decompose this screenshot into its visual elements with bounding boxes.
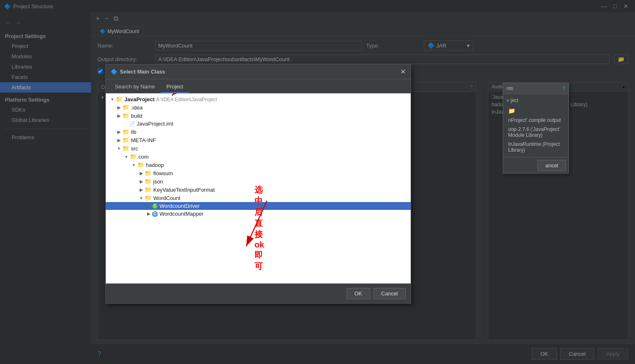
inner-item-runtime: InJavaRuntime (Project Library): [507, 140, 565, 154]
tree-item-javaproject[interactable]: ▾ 📁 JavaProject A:\IDEA Edition\JavaProj…: [106, 95, 411, 103]
tree-toggle: ▶: [145, 211, 152, 216]
tab-project[interactable]: Project: [161, 81, 189, 93]
project-icon: 📁: [116, 96, 123, 102]
tree-view[interactable]: ▾ 📁 JavaProject A:\IDEA Edition\JavaProj…: [106, 93, 411, 283]
tree-toggle: ▶: [138, 187, 145, 193]
tree-item-label: WordCount: [153, 195, 181, 201]
tree-toggle: ▾: [138, 195, 145, 201]
tree-item-label: lib: [131, 129, 136, 135]
tree-toggle: ▶: [116, 138, 122, 143]
tree-item-json[interactable]: ▶ 📁 json: [106, 177, 411, 186]
select-main-class-dialog: 🔷 Select Main Class ✕ Search by Name Pro…: [105, 64, 411, 304]
tree-toggle: ▾: [109, 97, 116, 102]
iml-icon: 📄: [129, 121, 135, 127]
dialog-close-button[interactable]: ✕: [400, 68, 406, 76]
tree-item-label: flowsum: [153, 170, 173, 176]
tree-item-label: JavaProject A:\IDEA Edition\JavaProject: [124, 96, 217, 102]
tree-item-label: .idea: [131, 105, 143, 111]
tree-item-label: JavaProject.iml: [137, 121, 173, 127]
tree-toggle: ▶: [116, 129, 122, 135]
modal-overlay: 🔷 Select Main Class ✕ Search by Name Pro…: [0, 0, 635, 364]
tree-item-wordcount-mapper[interactable]: ▶ C WordcountMapper: [106, 210, 411, 218]
tree-item-src[interactable]: ▾ 📁 src: [106, 144, 411, 152]
dialog-title-bar: 🔷 Select Main Class ✕: [106, 64, 411, 79]
inner-item-compile-output: nProject' compile output: [507, 117, 565, 124]
tree-item-com[interactable]: ▾ 📁 com: [106, 152, 411, 161]
tree-item-meta-inf[interactable]: ▶ 📁 META-INF: [106, 136, 411, 144]
inner-dialog-content: ▾ ject 📁 nProject' compile output oop-2.…: [503, 94, 568, 157]
dialog-ok-button[interactable]: OK: [347, 288, 370, 299]
tree-item-hadoop[interactable]: ▾ 📁 hadoop: [106, 161, 411, 169]
inner-dropdown-row: ▾ ject: [507, 98, 565, 103]
tree-item-label: hadoop: [146, 162, 164, 168]
dialog-icon: 🔷: [111, 69, 117, 75]
tree-item-wordcount-driver[interactable]: ▶ C WordcountDriver: [106, 202, 411, 210]
tree-item-lib[interactable]: ▶ 📁 lib: [106, 128, 411, 136]
folder-icon: 📁: [145, 186, 152, 193]
tree-item-label: src: [131, 145, 138, 152]
tree-toggle: ▶: [138, 179, 145, 184]
tree-item-flowsum[interactable]: ▶ 📁 flowsum: [106, 169, 411, 177]
dialog-title-text: Select Main Class: [120, 69, 165, 75]
class-icon-green: C: [152, 203, 158, 209]
dialog-tabs: Search by Name Project: [106, 79, 411, 93]
dialog-cancel-button[interactable]: Cancel: [373, 288, 406, 299]
dialog-footer: OK Cancel: [106, 283, 411, 303]
tree-toggle: ▾: [131, 162, 137, 168]
inner-dialog-footer: ancel: [503, 157, 568, 174]
tree-item-label: WordcountMapper: [159, 211, 204, 217]
tree-item-build[interactable]: ▶ 📁 build: [106, 112, 411, 120]
folder-icon: 📁: [130, 153, 137, 160]
tree-toggle: ▾: [116, 146, 122, 151]
tab-search-by-name[interactable]: Search by Name: [109, 81, 161, 93]
folder-icon: 📁: [122, 104, 129, 111]
tree-item-iml[interactable]: 📄 JavaProject.iml: [106, 120, 411, 128]
tree-toggle: [122, 121, 129, 126]
tree-item-label: KeyValueTextInputFormat: [153, 187, 215, 193]
folder-icon: 📁: [122, 145, 129, 152]
tree-toggle: ▶: [116, 113, 122, 119]
folder-icon: 📁: [145, 178, 152, 185]
inner-dropdown-value: ject: [511, 98, 518, 103]
inner-dialog-title: nts ?: [503, 83, 568, 94]
dialog-title: 🔷 Select Main Class: [111, 69, 165, 75]
folder-icon: 📁: [145, 195, 152, 201]
tree-toggle: ▶: [145, 203, 152, 209]
inner-dialog: nts ? ▾ ject 📁 nProject' compile output …: [503, 83, 569, 174]
inner-item-hadoop: oop-2.7.6 ('JavaProject' Module Library): [507, 126, 565, 139]
folder-icon: 📁: [137, 162, 144, 168]
inner-item-1: 📁: [507, 107, 565, 115]
class-icon-blue: C: [152, 211, 158, 217]
dropdown-icon: ▾: [507, 98, 509, 103]
inner-dialog-title-text: nts: [507, 86, 513, 91]
tree-item-label: META-INF: [131, 137, 156, 143]
tree-toggle: ▾: [123, 154, 130, 159]
tree-item-label: json: [153, 178, 163, 185]
tree-item-label: com: [138, 154, 149, 160]
tree-item-keyvalue[interactable]: ▶ 📁 KeyValueTextInputFormat: [106, 186, 411, 194]
inner-cancel-button[interactable]: ancel: [537, 160, 566, 171]
tree-item-idea[interactable]: ▶ 📁 .idea: [106, 103, 411, 112]
tree-item-wordcount[interactable]: ▾ 📁 WordCount: [106, 194, 411, 202]
folder-icon: 📁: [122, 137, 129, 143]
tree-toggle: ▶: [116, 105, 122, 110]
folder-icon: 📁: [122, 112, 129, 119]
tree-item-label: WordcountDriver: [159, 203, 200, 209]
dialog-tree-content: ▾ 📁 JavaProject A:\IDEA Edition\JavaProj…: [106, 93, 411, 283]
tree-toggle: ▶: [138, 171, 145, 176]
folder-btn[interactable]: 📁: [508, 107, 515, 114]
folder-icon: 📁: [145, 170, 152, 176]
tree-item-label: build: [131, 113, 142, 119]
folder-icon: 📁: [122, 128, 129, 135]
inner-dialog-help: ?: [562, 86, 565, 91]
